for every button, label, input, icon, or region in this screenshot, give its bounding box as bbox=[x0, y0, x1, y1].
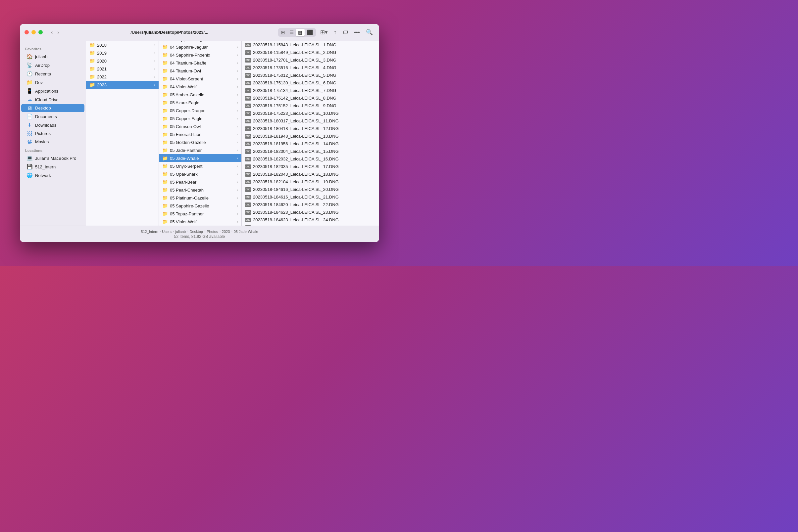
list-item[interactable]: 📁 05 Opal-Shark › bbox=[159, 170, 241, 178]
folder-icon: 📁 bbox=[162, 132, 168, 137]
list-item[interactable]: 📁 05 Pearl-Cheetah › bbox=[159, 186, 241, 194]
breadcrumb-item[interactable]: 2023 bbox=[222, 230, 230, 233]
chevron-right-icon: › bbox=[237, 140, 238, 144]
back-button[interactable]: ‹ bbox=[49, 29, 54, 36]
folder-icon: 📁 bbox=[89, 42, 95, 48]
sidebar-item-julianb[interactable]: 🏠 julianb bbox=[21, 52, 85, 61]
list-item[interactable]: 📁 04 Titanium-Giraffe › bbox=[159, 59, 241, 67]
file-icon: DNG bbox=[245, 73, 251, 78]
list-item[interactable]: DNG 20230518-115843_Leica-LEICA SL_1.DNG bbox=[242, 41, 379, 49]
chevron-right-icon: › bbox=[237, 196, 238, 200]
breadcrumb-item[interactable]: Users bbox=[162, 230, 171, 233]
list-item[interactable]: DNG 20230518-182004_Leica-LEICA SL_15.DN… bbox=[242, 148, 379, 155]
list-item[interactable]: 📁 05 Copper-Eagle › bbox=[159, 114, 241, 122]
list-item[interactable]: DNG 20230518-181948_Leica-LEICA SL_13.DN… bbox=[242, 132, 379, 140]
column-years: 📁 2018 › 📁 2019 › 📁 2020 › 📁 2021 bbox=[86, 41, 159, 226]
breadcrumb-item[interactable]: 512_Intern bbox=[141, 230, 158, 233]
list-item[interactable]: DNG 20230518-175152_Leica-LEICA SL_9.DNG bbox=[242, 102, 379, 110]
list-item[interactable]: 📁 05 Azure-Eagle › bbox=[159, 99, 241, 107]
sidebar-item-documents[interactable]: 📄 Documents bbox=[21, 112, 85, 121]
list-item[interactable]: 📁 05 Jade-Whale › bbox=[159, 154, 241, 162]
search-button[interactable]: 🔍 bbox=[364, 28, 375, 37]
sidebar-item-airdrop[interactable]: 📡 AirDrop bbox=[21, 61, 85, 70]
breadcrumb-separator: › bbox=[231, 230, 232, 233]
sidebar-item-applications[interactable]: 📱 Applications bbox=[21, 87, 85, 95]
list-item[interactable]: DNG 20230518-175130_Leica-LEICA SL_6.DNG bbox=[242, 79, 379, 87]
sidebar-item-macbook[interactable]: 💻 Julian's MacBook Pro bbox=[21, 154, 85, 163]
list-item[interactable]: 📁 2022 › bbox=[86, 73, 159, 81]
list-item[interactable]: 📁 05 Amber-Gazelle › bbox=[159, 91, 241, 99]
sidebar-item-movies[interactable]: 📽 Movies bbox=[21, 138, 85, 146]
list-item[interactable]: DNG 20230518-175012_Leica-LEICA SL_5.DNG bbox=[242, 72, 379, 79]
list-item[interactable]: DNG 20230518-173516_Leica-LEICA SL_4.DNG bbox=[242, 64, 379, 72]
list-item[interactable]: DNG 20230518-172701_Leica-LEICA SL_3.DNG bbox=[242, 56, 379, 64]
list-item[interactable]: 📁 05 Emerald-Lion › bbox=[159, 130, 241, 138]
list-item[interactable]: 📁 05 Golden-Gazelle › bbox=[159, 138, 241, 146]
list-item[interactable]: 📁 05 Crimson-Owl › bbox=[159, 122, 241, 130]
list-item[interactable]: 📁 05 Onyx-Serpent › bbox=[159, 162, 241, 170]
forward-button[interactable]: › bbox=[56, 29, 60, 36]
list-item[interactable]: DNG 20230518-184623_Leica-LEICA SL_23.DN… bbox=[242, 208, 379, 216]
chevron-right-icon: › bbox=[237, 101, 238, 104]
list-item[interactable]: DNG 20230518-182032_Leica-LEICA SL_16.DN… bbox=[242, 155, 379, 163]
view-columns-button[interactable]: ▦ bbox=[296, 29, 305, 36]
list-item[interactable]: 📁 2019 › bbox=[86, 49, 159, 57]
list-item[interactable]: 📁 05 Topaz-Panther › bbox=[159, 210, 241, 218]
chevron-right-icon: › bbox=[237, 117, 238, 120]
list-item[interactable]: 📁 05 Platinum-Gazelle › bbox=[159, 194, 241, 202]
list-item[interactable]: 📁 05 Pearl-Bear › bbox=[159, 178, 241, 186]
breadcrumb-item[interactable]: Photos bbox=[206, 230, 218, 233]
tag-button[interactable]: 🏷 bbox=[341, 28, 350, 37]
list-item[interactable]: DNG 20230518-180418_Leica-LEICA SL_12.DN… bbox=[242, 125, 379, 132]
more-options-button[interactable]: ••• bbox=[352, 28, 362, 37]
sidebar-item-desktop[interactable]: 🖥 Desktop bbox=[21, 104, 85, 112]
sidebar-item-network[interactable]: 🌐 Network bbox=[21, 171, 85, 179]
list-item[interactable]: DNG 20230518-184616_Leica-LEICA SL_20.DN… bbox=[242, 186, 379, 193]
view-more-button[interactable]: ⊞▾ bbox=[319, 28, 329, 37]
sidebar-item-icloud[interactable]: ☁ iCloud Drive bbox=[21, 95, 85, 104]
list-item[interactable]: 📁 05 Violet-Wolf › bbox=[159, 218, 241, 226]
sidebar-item-downloads[interactable]: ⬇ Downloads bbox=[21, 121, 85, 129]
breadcrumb-item[interactable]: julianb bbox=[175, 230, 186, 233]
list-item[interactable]: DNG 20230518-175134_Leica-LEICA SL_7.DNG bbox=[242, 87, 379, 94]
list-item[interactable]: DNG 20230518-184620_Leica-LEICA SL_22.DN… bbox=[242, 201, 379, 208]
share-button[interactable]: ↑ bbox=[332, 28, 339, 37]
list-item[interactable]: DNG 20230518-184623_Leica-LEICA SL_24.DN… bbox=[242, 216, 379, 224]
list-item[interactable]: 📁 04 Violet-Wolf › bbox=[159, 83, 241, 91]
sidebar-item-512intern[interactable]: 💾 512_Intern bbox=[21, 163, 85, 171]
list-item[interactable]: DNG 20230518-184616_Leica-LEICA SL_21.DN… bbox=[242, 193, 379, 201]
list-item[interactable]: 📁 05 Copper-Dragon › bbox=[159, 107, 241, 114]
view-icons-button[interactable]: ⊞ bbox=[279, 29, 287, 36]
list-item[interactable]: 📁 2018 › bbox=[86, 41, 159, 49]
list-item[interactable]: 📁 2021 › bbox=[86, 65, 159, 73]
maximize-button[interactable] bbox=[38, 30, 43, 34]
list-item[interactable]: 📁 05 Sapphire-Gazelle › bbox=[159, 202, 241, 210]
list-item[interactable]: DNG 20230518-182043_Leica-LEICA SL_18.DN… bbox=[242, 170, 379, 178]
close-button[interactable] bbox=[24, 30, 29, 34]
list-item[interactable]: DNG 20230518-180317_Leica-LEICA SL_11.DN… bbox=[242, 117, 379, 125]
list-item[interactable]: 📁 05 Jade-Panther › bbox=[159, 146, 241, 154]
list-item[interactable]: 📁 04 Violet-Serpent › bbox=[159, 75, 241, 83]
list-item[interactable]: 📁 04 Sapphire-Phoenix › bbox=[159, 51, 241, 59]
list-item[interactable]: 📁 2020 › bbox=[86, 57, 159, 65]
minimize-button[interactable] bbox=[32, 30, 36, 34]
view-gallery-button[interactable]: ⬛ bbox=[305, 29, 315, 36]
chevron-right-icon: › bbox=[237, 204, 238, 208]
sidebar-item-recents[interactable]: 🕐 Recents bbox=[21, 70, 85, 78]
list-item[interactable]: 📁 2023 › bbox=[86, 81, 159, 89]
list-item[interactable]: 📁 04 Titanium-Owl › bbox=[159, 67, 241, 75]
breadcrumb-item[interactable]: Desktop bbox=[190, 230, 203, 233]
list-item[interactable]: DNG 20230518-182104_Leica-LEICA SL_19.DN… bbox=[242, 178, 379, 186]
chevron-right-icon: › bbox=[237, 172, 238, 176]
sidebar-item-label: AirDrop bbox=[35, 63, 50, 68]
list-item[interactable]: 📁 04 Sapphire-Jaguar › bbox=[159, 43, 241, 51]
breadcrumb-item[interactable]: 05 Jade-Whale bbox=[234, 230, 258, 233]
view-list-button[interactable]: ☰ bbox=[287, 29, 296, 36]
list-item[interactable]: DNG 20230518-115849_Leica-LEICA SL_2.DNG bbox=[242, 49, 379, 56]
list-item[interactable]: DNG 20230518-175223_Leica-LEICA SL_10.DN… bbox=[242, 110, 379, 117]
sidebar-item-pictures[interactable]: 🖼 Pictures bbox=[21, 129, 85, 138]
sidebar-item-dev[interactable]: 📁 Dev bbox=[21, 78, 85, 87]
list-item[interactable]: DNG 20230518-181956_Leica-LEICA SL_14.DN… bbox=[242, 140, 379, 148]
list-item[interactable]: DNG 20230518-175142_Leica-LEICA SL_8.DNG bbox=[242, 94, 379, 102]
list-item[interactable]: DNG 20230518-182035_Leica-LEICA SL_17.DN… bbox=[242, 163, 379, 170]
